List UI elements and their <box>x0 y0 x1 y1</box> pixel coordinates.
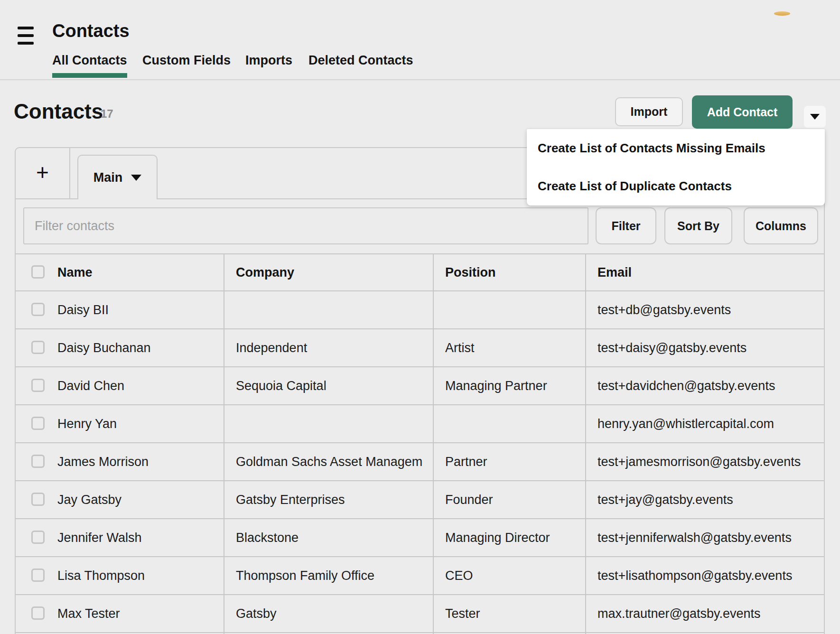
cell-company <box>236 405 432 442</box>
cell-name: Jay Gatsby <box>57 481 219 518</box>
row-checkbox[interactable] <box>31 569 45 582</box>
table-row[interactable]: Henry Yan henry.yan@whistlercapital.com <box>16 405 824 443</box>
cell-name: James Morrison <box>57 443 219 480</box>
page-title: Contacts <box>14 100 103 123</box>
cell-position: CEO <box>445 557 584 594</box>
column-header-company[interactable]: Company <box>236 254 432 290</box>
sort-by-button[interactable]: Sort By <box>664 207 732 244</box>
cell-position: Founder <box>445 481 584 518</box>
app-title: Contacts <box>52 21 130 41</box>
tab-all-contacts[interactable]: All Contacts <box>52 53 127 68</box>
chevron-down-icon <box>810 114 820 120</box>
row-checkbox[interactable] <box>31 455 45 468</box>
row-checkbox[interactable] <box>31 303 45 316</box>
table-row[interactable]: Daisy Buchanan Independent Artist test+d… <box>16 329 824 367</box>
cell-position <box>445 405 584 442</box>
column-divider <box>433 253 434 634</box>
import-button[interactable]: Import <box>615 97 683 126</box>
row-checkbox[interactable] <box>31 493 45 506</box>
cell-position: Managing Director <box>445 519 584 556</box>
table-row[interactable]: James Morrison Goldman Sachs Asset Manag… <box>16 443 824 481</box>
select-all-checkbox[interactable] <box>31 265 45 279</box>
list-tab-main[interactable]: Main <box>77 155 158 199</box>
cell-email: test+jamesmorrison@gatsby.events <box>597 443 821 480</box>
column-divider <box>224 253 224 634</box>
contacts-table: Name Company Position Email Daisy BII te… <box>16 253 824 633</box>
active-tab-underline <box>52 73 127 78</box>
add-contact-button[interactable]: Add Contact <box>692 95 793 129</box>
cell-position: Tester <box>445 595 584 632</box>
cell-email: max.trautner@gatsby.events <box>597 595 821 632</box>
table-row[interactable]: Daisy BII test+db@gatsby.events <box>16 291 824 329</box>
table-row[interactable]: Max Tester Gatsby Tester max.trautner@ga… <box>16 595 824 633</box>
cell-name: Henry Yan <box>57 405 219 442</box>
table-row[interactable]: Lisa Thompson Thompson Family Office CEO… <box>16 557 824 595</box>
filter-button[interactable]: Filter <box>596 207 656 244</box>
menu-item-create-list-missing-emails[interactable]: Create List of Contacts Missing Emails <box>527 129 825 167</box>
cell-email: test+db@gatsby.events <box>597 291 821 328</box>
list-tab-main-label: Main <box>93 170 123 185</box>
columns-button[interactable]: Columns <box>744 207 818 244</box>
cell-company <box>236 291 432 328</box>
table-header-row: Name Company Position Email <box>16 254 824 291</box>
cell-email: test+davidchen@gatsby.events <box>597 367 821 404</box>
cell-email: test+daisy@gatsby.events <box>597 329 821 366</box>
cell-email: henry.yan@whistlercapital.com <box>597 405 821 442</box>
cell-name: Jennifer Walsh <box>57 519 219 556</box>
cell-email: test+jay@gatsby.events <box>597 481 821 518</box>
add-contact-more-button[interactable] <box>804 106 826 128</box>
row-checkbox[interactable] <box>31 606 45 620</box>
cell-company: Independent <box>236 329 432 366</box>
add-contact-dropdown-menu: Create List of Contacts Missing Emails C… <box>527 129 825 205</box>
row-checkbox[interactable] <box>31 379 45 392</box>
cell-name: Lisa Thompson <box>57 557 219 594</box>
hamburger-menu-icon[interactable] <box>18 27 34 45</box>
tab-deleted-contacts[interactable]: Deleted Contacts <box>308 53 413 68</box>
table-row[interactable]: Jennifer Walsh Blackstone Managing Direc… <box>16 519 824 557</box>
table-row[interactable]: Jay Gatsby Gatsby Enterprises Founder te… <box>16 481 824 519</box>
cell-email: test+jenniferwalsh@gatsby.events <box>597 519 821 556</box>
cell-company: Blackstone <box>236 519 432 556</box>
cell-position: Managing Partner <box>445 367 584 404</box>
cell-company: Sequoia Capital <box>236 367 432 404</box>
cell-name: Daisy Buchanan <box>57 329 219 366</box>
column-header-email[interactable]: Email <box>597 254 821 290</box>
tab-custom-fields[interactable]: Custom Fields <box>142 53 231 68</box>
cell-company: Gatsby Enterprises <box>236 481 432 518</box>
cell-company: Goldman Sachs Asset Managem <box>236 443 432 480</box>
cell-company: Gatsby <box>236 595 432 632</box>
filter-contacts-input[interactable] <box>23 207 588 244</box>
contacts-panel: + Main Filter Sort By Columns Name Compa… <box>15 147 825 634</box>
contacts-count: 17 <box>101 107 113 121</box>
column-header-name[interactable]: Name <box>57 254 219 290</box>
cell-name: David Chen <box>57 367 219 404</box>
cell-position <box>445 291 584 328</box>
tab-imports[interactable]: Imports <box>245 53 292 68</box>
column-header-position[interactable]: Position <box>445 254 584 290</box>
header-divider <box>0 79 840 80</box>
cell-name: Daisy BII <box>57 291 219 328</box>
cell-company: Thompson Family Office <box>236 557 432 594</box>
row-checkbox[interactable] <box>31 341 45 354</box>
decorative-arc <box>774 11 790 16</box>
cell-position: Artist <box>445 329 584 366</box>
row-checkbox[interactable] <box>31 417 45 430</box>
row-checkbox[interactable] <box>31 531 45 544</box>
cell-position: Partner <box>445 443 584 480</box>
chevron-down-icon <box>131 175 141 181</box>
cell-name: Max Tester <box>57 595 219 632</box>
menu-item-create-list-duplicate-contacts[interactable]: Create List of Duplicate Contacts <box>527 167 825 205</box>
column-divider <box>585 253 586 634</box>
table-row[interactable]: David Chen Sequoia Capital Managing Part… <box>16 367 824 405</box>
cell-email: test+lisathompson@gatsby.events <box>597 557 821 594</box>
add-list-tab-button[interactable]: + <box>16 148 70 198</box>
plus-icon: + <box>36 161 49 183</box>
